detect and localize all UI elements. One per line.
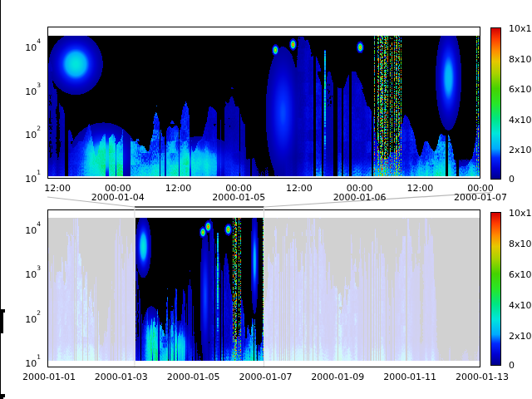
y-tick-label: 102 — [12, 129, 41, 140]
y-tick-label: 104 — [12, 42, 41, 53]
x-major-tick — [0, 6, 1, 12]
colorbar-tick-label: 6x107 — [509, 83, 532, 95]
x-tick-label: 2000-01-09 — [311, 372, 361, 382]
x-major-tick — [0, 351, 1, 357]
y-tick-label: 101 — [12, 357, 41, 369]
context-spectrogram-canvas[interactable] — [48, 218, 480, 361]
detail-spectrogram-canvas[interactable] — [48, 36, 480, 176]
colorbar-tick-label: 4x107 — [509, 299, 532, 311]
colorbar-tick-label: 2x107 — [509, 144, 532, 155]
x-tick-label: 2000-01-05 — [167, 372, 217, 382]
x-date-label: 2000-01-07 — [447, 193, 514, 203]
colorbar-tick-label: 10x107 — [509, 22, 532, 34]
x-major-tick — [0, 368, 1, 374]
x-major-tick — [0, 29, 1, 35]
y-tick-label: 102 — [12, 313, 41, 325]
colorbar-tick-label: 8x107 — [509, 53, 532, 65]
colorbar-tick-label: 0 — [509, 175, 532, 185]
x-major-tick — [0, 17, 1, 23]
x-tick-label: 2000-01-01 — [22, 372, 72, 382]
y-tick-label: 101 — [12, 173, 41, 185]
y-tick-label: 103 — [12, 268, 41, 280]
x-date-label: 2000-01-06 — [327, 193, 393, 203]
spectrogram-figure: 12:0000:002000-01-0412:0000:002000-01-05… — [0, 0, 532, 399]
x-tick-label: 12:00 — [274, 184, 324, 194]
colorbar-tick-label: 6x107 — [509, 268, 532, 280]
colorbar-tick-label: 8x107 — [509, 238, 532, 249]
x-tick-label: 12:00 — [32, 184, 82, 194]
colorbar-tick-label: 10x107 — [509, 207, 532, 219]
x-major-tick — [0, 362, 1, 368]
context-colorbar-wedge[interactable] — [490, 212, 501, 366]
x-major-tick — [0, 333, 1, 339]
x-major-tick — [0, 41, 1, 47]
x-tick-label: 2000-01-03 — [95, 372, 145, 382]
x-date-label: 2000-01-04 — [85, 193, 151, 203]
x-date-label: 2000-01-05 — [205, 193, 272, 203]
x-tick-label: 12:00 — [154, 184, 204, 194]
x-major-tick — [0, 23, 1, 29]
colorbar-tick-label: 4x107 — [509, 114, 532, 126]
x-major-tick — [0, 35, 1, 41]
colorbar-tick-label: 0 — [509, 361, 532, 371]
detail-colorbar-wedge[interactable] — [490, 27, 501, 180]
x-tick-label: 2000-01-13 — [456, 372, 505, 382]
y-tick-label: 104 — [12, 224, 41, 236]
colorbar-tick-label: 2x107 — [509, 330, 532, 342]
x-major-tick — [0, 12, 1, 17]
x-major-tick — [0, 0, 1, 6]
context-highlight-region[interactable] — [135, 207, 264, 367]
x-major-tick — [0, 345, 1, 351]
x-major-tick — [0, 357, 1, 362]
x-major-tick — [0, 339, 1, 345]
x-tick-label: 12:00 — [395, 184, 445, 194]
x-tick-label: 2000-01-11 — [383, 372, 433, 382]
y-tick-label: 103 — [12, 86, 41, 97]
x-tick-label: 2000-01-07 — [239, 372, 289, 382]
